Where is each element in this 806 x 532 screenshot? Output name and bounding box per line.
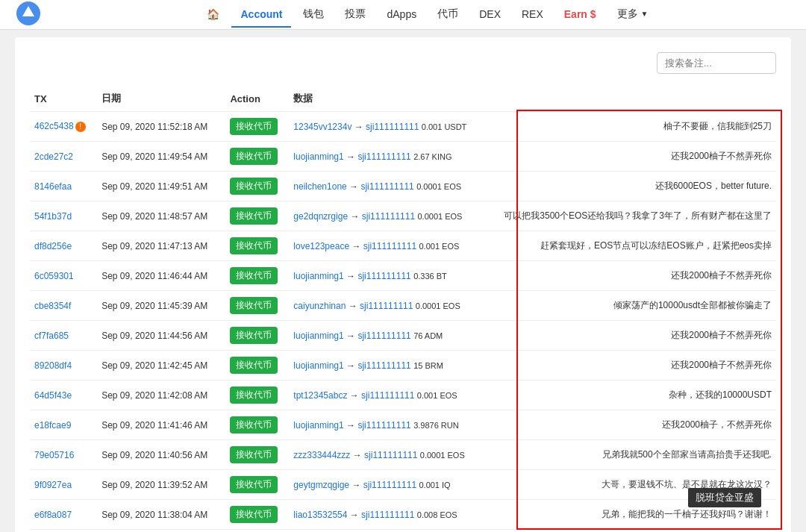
- memo-text: 柚子不要砸，信我能到25刀: [663, 121, 772, 131]
- nav-home[interactable]: 🏠: [198, 2, 228, 28]
- tx-action: 接收代币: [225, 381, 289, 410]
- table-row: 89208df4Sep 09, 2020 11:42:45 AM接收代币luoj…: [30, 351, 776, 381]
- action-badge: 接收代币: [230, 446, 278, 463]
- col-memo: [493, 86, 776, 112]
- tx-amount: 0.0001 EOS: [417, 212, 462, 221]
- tx-flow: luojianming1 → sji111111111: [293, 360, 410, 371]
- tx-link[interactable]: 54f1b37d: [34, 211, 72, 222]
- tx-data: luojianming1 → sji111111111 76 ADM: [289, 321, 493, 351]
- table-row: cbe8354fSep 09, 2020 11:45:39 AM接收代币caiy…: [30, 291, 776, 321]
- tx-amount: 3.9876 RUN: [413, 421, 459, 430]
- table-row: 462c5438!Sep 09, 2020 11:52:18 AM接收代币123…: [30, 112, 776, 142]
- memo-text: 倾家荡产的10000usdt全部都被你骗走了: [613, 300, 772, 310]
- tx-memo: 还我2000柚子不然弄死你: [493, 321, 776, 351]
- tx-date: Sep 09, 2020 11:42:45 AM: [97, 351, 225, 381]
- nav-token[interactable]: 代币: [428, 1, 467, 28]
- tx-data: luojianming1 → sji111111111 2.67 KING: [289, 142, 493, 172]
- tx-action: 接收代币: [225, 500, 289, 530]
- nav-dapps[interactable]: dApps: [378, 2, 425, 28]
- tx-date: Sep 09, 2020 11:49:54 AM: [97, 142, 225, 172]
- tx-data: luojianming1 → sji111111111 3.9876 RUN: [289, 410, 493, 440]
- tx-action: 接收代币: [225, 470, 289, 500]
- tx-action: 接收代币: [225, 410, 289, 440]
- memo-text: 还我2000柚子不然弄死你: [671, 151, 772, 161]
- table-row: 2cde27c2Sep 09, 2020 11:49:54 AM接收代币luoj…: [30, 142, 776, 172]
- tx-date: Sep 09, 2020 11:42:08 AM: [97, 381, 225, 410]
- tx-amount: 2.67 KING: [413, 152, 452, 161]
- tx-memo: 倾家荡产的10000usdt全部都被你骗走了: [493, 291, 776, 321]
- nav-vote[interactable]: 投票: [336, 1, 375, 28]
- tx-data: neilchen1one → sji111111111 0.0001 EOS: [289, 172, 493, 201]
- tx-link[interactable]: cf7fa685: [34, 331, 69, 341]
- table-row: 6c059301Sep 09, 2020 11:46:44 AM接收代币luoj…: [30, 261, 776, 291]
- table-row: 8146efaaSep 09, 2020 11:49:51 AM接收代币neil…: [30, 172, 776, 201]
- tx-action: 接收代币: [225, 172, 289, 201]
- tx-link[interactable]: e6f8a087: [34, 510, 72, 520]
- tx-date: Sep 09, 2020 11:45:39 AM: [97, 291, 225, 321]
- logo: [15, 0, 42, 29]
- action-badge: 接收代币: [230, 297, 278, 314]
- tx-link[interactable]: 89208df4: [34, 360, 72, 371]
- tx-link[interactable]: 2cde27c2: [34, 151, 73, 162]
- tx-amount: 0.001 USDT: [422, 122, 467, 131]
- tx-link[interactable]: 462c5438: [34, 121, 74, 131]
- action-badge: 接收代币: [230, 476, 278, 493]
- tx-data: ge2dqnzrgige → sji111111111 0.0001 EOS: [289, 201, 493, 231]
- tx-action: 接收代币: [225, 112, 289, 142]
- col-tx: TX: [30, 86, 97, 112]
- tx-data: luojianming1 → sji111111111 15 BRM: [289, 351, 493, 381]
- tx-link[interactable]: 8146efaa: [34, 181, 72, 192]
- tx-data: zzz333444zzz → sji111111111 0.0001 EOS: [289, 440, 493, 470]
- nav-account[interactable]: Account: [231, 2, 291, 28]
- memo-text: 还我6000EOS，better future.: [655, 181, 772, 191]
- tx-link[interactable]: 79e05716: [34, 450, 74, 460]
- action-badge: 接收代币: [230, 416, 278, 434]
- nav-wallet[interactable]: 钱包: [294, 1, 333, 28]
- tx-link[interactable]: cbe8354f: [34, 301, 71, 311]
- memo-text: 还我2000柚子，不然弄死你: [662, 419, 772, 430]
- tx-data: 12345vv1234v → sji111111111 0.001 USDT: [289, 112, 493, 142]
- tx-memo: 可以把我3500个EOS还给我吗？我拿了3年了，所有财产都在这里了: [493, 201, 776, 231]
- table-row: 79e05716Sep 09, 2020 11:40:56 AM接收代币zzz3…: [30, 440, 776, 470]
- table-row: cf7fa685Sep 09, 2020 11:44:56 AM接收代币luoj…: [30, 321, 776, 351]
- table-row: e6f8a087Sep 09, 2020 11:38:04 AM接收代币liao…: [30, 500, 776, 530]
- nav-more[interactable]: 更多 ▼: [608, 1, 657, 28]
- table-header-row: [30, 52, 776, 74]
- tx-action: 接收代币: [225, 291, 289, 321]
- tx-action: 接收代币: [225, 321, 289, 351]
- tx-link[interactable]: e18fcae9: [34, 420, 71, 431]
- action-badge: 接收代币: [230, 118, 278, 135]
- tx-link[interactable]: 9f0927ea: [34, 480, 72, 490]
- memo-text: 兄弟，能把我的一千柚子还我好吗？谢谢！: [602, 509, 772, 519]
- nav-rex[interactable]: REX: [513, 2, 552, 28]
- tx-link[interactable]: 64d5f43e: [34, 390, 72, 401]
- tx-memo: 还我2000柚子不然弄死你: [493, 261, 776, 291]
- tx-link[interactable]: df8d256e: [34, 241, 72, 251]
- action-badge: 接收代币: [230, 387, 278, 404]
- tx-amount: 0.0001 EOS: [416, 182, 461, 191]
- tx-flow: 12345vv1234v → sji111111111: [293, 122, 419, 132]
- action-badge: 接收代币: [230, 327, 278, 344]
- tx-memo: 还我2000柚子不然弄死你: [493, 351, 776, 381]
- action-badge: 接收代币: [230, 148, 278, 165]
- action-badge: 接收代币: [230, 357, 278, 374]
- tx-memo: 还我2000柚子不然弄死你: [493, 142, 776, 172]
- tx-memo: 赶紧套现好，EOS节点可以冻结EOS账户，赶紧把eos卖掉: [493, 231, 776, 261]
- search-input[interactable]: [657, 52, 776, 74]
- tx-amount: 0.001 IQ: [419, 481, 450, 489]
- tx-action: 接收代币: [225, 261, 289, 291]
- tx-link[interactable]: 6c059301: [34, 271, 74, 281]
- top-navigation: 🏠 Account 钱包 投票 dApps 代币 DEX REX Earn $ …: [0, 0, 806, 30]
- nav-dex[interactable]: DEX: [470, 2, 510, 28]
- tx-data: liao13532554 → sji111111111 0.008 EOS: [289, 500, 493, 530]
- tx-data: caiyunzhinan → sji111111111 0.0001 EOS: [289, 291, 493, 321]
- memo-text: 还我2000柚子不然弄死你: [671, 270, 772, 281]
- tx-date: Sep 09, 2020 11:47:13 AM: [97, 231, 225, 261]
- tx-memo: 兄弟我就500个全部家当请高抬贵手还我吧.: [493, 440, 776, 470]
- tx-data: geytgmzqgige → sji111111111 0.001 IQ: [289, 470, 493, 500]
- tx-data: love123peace → sji111111111 0.001 EOS: [289, 231, 493, 261]
- nav-earn[interactable]: Earn $: [555, 2, 605, 28]
- tx-amount: 0.0001 EOS: [420, 451, 465, 460]
- tx-action: 接收代币: [225, 351, 289, 381]
- tx-action: 接收代币: [225, 440, 289, 470]
